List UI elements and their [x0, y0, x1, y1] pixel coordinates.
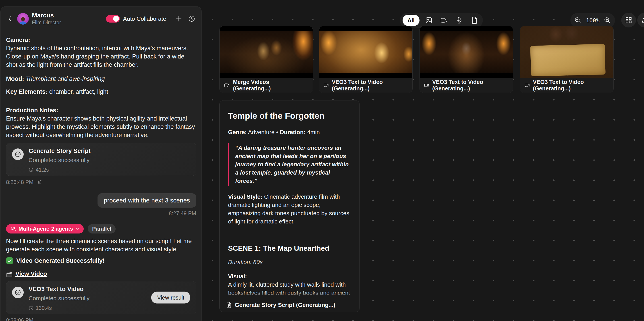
user-identity: Marcus Film Director — [32, 12, 61, 26]
zoom-controls: 100% — [570, 13, 615, 28]
video-caption-row: VEO3 Text to Video (Generating...) — [420, 78, 513, 93]
agent-badges-row: Multi-Agent: 2 agents Parallel — [6, 224, 196, 234]
app-root: { "chat": { "name": "Marcus", "role": "F… — [0, 0, 644, 321]
video-caption: Merge Videos (Generating...) — [233, 79, 308, 92]
video-caption: VEO3 Text to Video (Generating...) — [432, 79, 508, 92]
filter-documents-button[interactable] — [468, 14, 480, 26]
grid-view-button[interactable] — [621, 13, 636, 28]
genre-label: Genre: — [228, 129, 247, 136]
video-camera-icon — [324, 83, 329, 88]
video-thumbnail-veo3-1[interactable]: VEO3 Text to Video (Generating...) — [319, 26, 412, 93]
video-preview — [319, 26, 412, 78]
chat-panel: Marcus Film Director Auto Collaborate Ca… — [0, 6, 202, 321]
people-icon — [10, 226, 16, 232]
visual-style-label: Visual Style: — [228, 193, 262, 200]
camera-label: Camera: — [6, 36, 196, 44]
section-divider — [228, 234, 351, 235]
duration-value: 4min — [307, 129, 320, 136]
mood-line: Mood: Triumphant and awe-inspiring — [6, 75, 196, 83]
user-message-bubble: proceed with the next 3 scenes — [98, 193, 196, 208]
view-video-link[interactable]: View Video — [16, 270, 47, 278]
user-name: Marcus — [32, 12, 61, 19]
user-role: Film Director — [32, 20, 61, 26]
document-icon — [226, 302, 232, 308]
task-body: VEO3 Text to Video Completed successfull… — [28, 286, 90, 311]
scene1-title: SCENE 1: The Map Unearthed — [228, 244, 351, 252]
filter-all-button[interactable]: All — [402, 15, 420, 26]
success-row: Video Generated Successfully! — [6, 257, 196, 264]
key-elements-text: chamber, artifact, light — [49, 88, 108, 95]
visual-label: Visual: — [228, 272, 351, 280]
scene1-duration: Duration: 80s — [228, 259, 351, 266]
production-notes-text: Ensure Maya's character shows both physi… — [6, 114, 196, 139]
video-caption-row: Merge Videos (Generating...) — [220, 78, 313, 93]
view-video-row: View Video — [6, 270, 196, 278]
green-check-icon — [6, 257, 13, 264]
share-button[interactable] — [637, 13, 644, 28]
zoom-out-button[interactable] — [574, 17, 582, 24]
video-preview — [220, 26, 313, 78]
task-duration: 41.2s — [36, 167, 49, 173]
meta-separator: • — [276, 129, 278, 136]
back-button[interactable] — [6, 15, 14, 23]
filter-videos-button[interactable] — [438, 14, 450, 26]
task-title: VEO3 Text to Video — [28, 286, 90, 293]
duration-label: Duration: — [280, 129, 306, 136]
clock-icon — [28, 306, 34, 310]
timestamp: 8:28:06 PM — [6, 317, 34, 321]
document-footer-text: Generate Story Script (Generating...) — [235, 302, 336, 308]
mood-label: Mood: — [6, 76, 24, 82]
toggle-knob — [113, 16, 119, 22]
task-duration: 130.4s — [36, 305, 52, 311]
script-meta: Genre: Adventure • Duration: 4min — [228, 129, 351, 136]
clock-icon — [28, 168, 34, 172]
filter-audio-button[interactable] — [454, 14, 465, 26]
timestamp-row-3: 8:28:06 PM — [6, 317, 196, 321]
camera-section: Camera: Dynamic shots of the confrontati… — [6, 36, 196, 69]
parallel-badge: Parallel — [88, 224, 116, 234]
auto-collaborate-label: Auto Collaborate — [123, 16, 166, 22]
video-preview — [520, 26, 614, 78]
check-circle-icon — [12, 148, 24, 160]
key-elements-label: Key Elements: — [6, 88, 48, 95]
logline-quote: “A daring treasure hunter uncovers an an… — [228, 143, 351, 186]
task-duration-row: 130.4s — [28, 305, 90, 311]
success-text: Video Generated Successfully! — [16, 258, 105, 264]
video-caption-row: VEO3 Text to Video (Generating...) — [319, 78, 412, 93]
zoom-in-button[interactable] — [604, 17, 611, 24]
trash-icon[interactable] — [37, 179, 42, 185]
chat-header: Marcus Film Director Auto Collaborate — [6, 6, 196, 29]
task-body: Generate Story Script Completed successf… — [28, 148, 90, 173]
production-notes-label: Production Notes: — [6, 106, 196, 114]
task-status: Completed successfully — [28, 295, 90, 302]
video-caption-row: VEO3 Text to Video (Generating...) — [520, 78, 614, 93]
production-notes-section: Production Notes: Ensure Maya's characte… — [6, 106, 196, 139]
filter-images-button[interactable] — [423, 14, 435, 26]
new-chat-button[interactable] — [174, 14, 183, 23]
video-thumbnail-merge[interactable]: Merge Videos (Generating...) — [219, 26, 313, 93]
auto-collaborate-toggle[interactable] — [106, 15, 120, 22]
video-camera-icon — [525, 83, 530, 88]
genre-value: Adventure — [248, 129, 275, 136]
task-title: Generate Story Script — [28, 148, 90, 154]
avatar — [17, 13, 29, 24]
script-document-card[interactable]: Temple of the Forgotten Genre: Adventure… — [219, 100, 360, 312]
video-camera-icon — [224, 83, 230, 88]
history-button[interactable] — [187, 14, 196, 23]
camera-text: Dynamic shots of the confrontation, inte… — [6, 44, 196, 69]
timestamp: 8:26:48 PM — [6, 179, 34, 185]
task-card-veo3: VEO3 Text to Video Completed successfull… — [6, 281, 196, 314]
video-thumbnail-veo3-2[interactable]: VEO3 Text to Video (Generating...) — [420, 26, 513, 93]
video-caption: VEO3 Text to Video (Generating...) — [332, 79, 408, 92]
check-circle-icon — [12, 286, 24, 298]
clapperboard-icon — [6, 271, 13, 278]
timestamp-row-1: 8:26:48 PM — [6, 179, 196, 185]
multi-agent-label: Multi-Agent: 2 agents — [18, 226, 73, 232]
visual-style-paragraph: Visual Style: Cinematic adventure film w… — [228, 193, 351, 226]
multi-agent-dropdown[interactable]: Multi-Agent: 2 agents — [6, 224, 84, 234]
video-thumbnail-veo3-3[interactable]: VEO3 Text to Video (Generating...) — [520, 26, 614, 93]
view-result-button[interactable]: View result — [151, 292, 190, 304]
parallel-label: Parallel — [92, 226, 111, 232]
task-duration-row: 41.2s — [28, 167, 90, 173]
script-title: Temple of the Forgotten — [228, 111, 351, 121]
